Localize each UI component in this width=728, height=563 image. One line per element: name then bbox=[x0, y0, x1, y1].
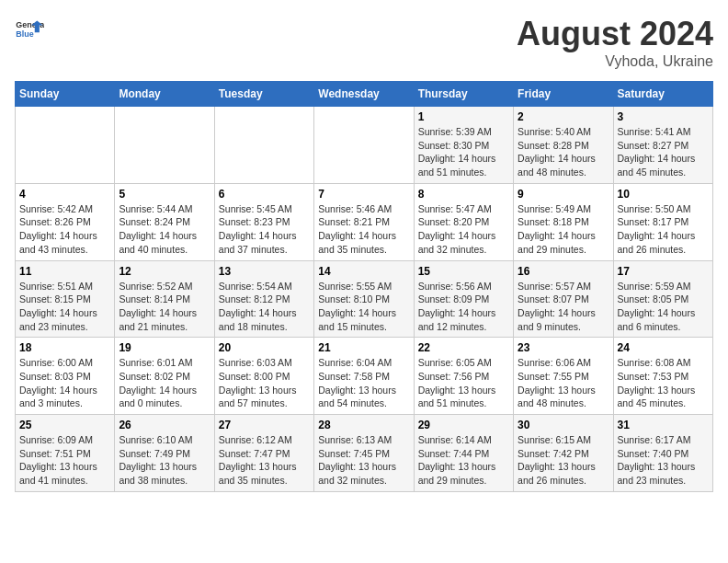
day-cell bbox=[16, 107, 115, 184]
day-number: 3 bbox=[618, 110, 709, 123]
day-cell: 3Sunrise: 5:41 AM Sunset: 8:27 PM Daylig… bbox=[613, 107, 712, 184]
day-number: 27 bbox=[219, 419, 310, 431]
day-info: Sunrise: 5:51 AM Sunset: 8:15 PM Dayligh… bbox=[19, 280, 110, 334]
week-row-1: 1Sunrise: 5:39 AM Sunset: 8:30 PM Daylig… bbox=[16, 107, 713, 184]
day-cell: 31Sunrise: 6:17 AM Sunset: 7:40 PM Dayli… bbox=[613, 415, 712, 492]
day-number: 28 bbox=[318, 419, 409, 431]
day-number: 11 bbox=[19, 265, 110, 278]
day-cell bbox=[314, 107, 414, 184]
day-info: Sunrise: 5:49 AM Sunset: 8:18 PM Dayligh… bbox=[518, 202, 609, 257]
day-info: Sunrise: 5:54 AM Sunset: 8:12 PM Dayligh… bbox=[219, 280, 310, 334]
col-header-saturday: Saturday bbox=[613, 82, 712, 107]
day-info: Sunrise: 5:40 AM Sunset: 8:28 PM Dayligh… bbox=[518, 125, 609, 179]
day-info: Sunrise: 5:41 AM Sunset: 8:27 PM Dayligh… bbox=[618, 125, 709, 179]
logo: General Blue bbox=[15, 15, 44, 44]
day-info: Sunrise: 6:17 AM Sunset: 7:40 PM Dayligh… bbox=[618, 433, 709, 488]
day-number: 17 bbox=[618, 265, 709, 278]
day-number: 20 bbox=[219, 341, 310, 354]
day-info: Sunrise: 5:57 AM Sunset: 8:07 PM Dayligh… bbox=[518, 280, 609, 334]
header-row: SundayMondayTuesdayWednesdayThursdayFrid… bbox=[16, 82, 713, 107]
day-number: 4 bbox=[19, 188, 110, 201]
day-number: 29 bbox=[418, 419, 509, 431]
day-info: Sunrise: 5:44 AM Sunset: 8:24 PM Dayligh… bbox=[119, 202, 210, 257]
day-cell bbox=[115, 107, 214, 184]
day-number: 1 bbox=[418, 110, 509, 123]
day-cell: 26Sunrise: 6:10 AM Sunset: 7:49 PM Dayli… bbox=[115, 415, 214, 492]
day-cell: 10Sunrise: 5:50 AM Sunset: 8:17 PM Dayli… bbox=[613, 183, 712, 260]
day-cell: 30Sunrise: 6:15 AM Sunset: 7:42 PM Dayli… bbox=[514, 415, 613, 492]
day-number: 19 bbox=[119, 341, 210, 354]
day-number: 26 bbox=[119, 419, 210, 431]
day-number: 5 bbox=[119, 188, 210, 201]
day-info: Sunrise: 6:10 AM Sunset: 7:49 PM Dayligh… bbox=[119, 433, 210, 488]
day-cell: 6Sunrise: 5:45 AM Sunset: 8:23 PM Daylig… bbox=[214, 183, 313, 260]
day-cell: 4Sunrise: 5:42 AM Sunset: 8:26 PM Daylig… bbox=[16, 183, 115, 260]
day-info: Sunrise: 5:46 AM Sunset: 8:21 PM Dayligh… bbox=[318, 202, 409, 257]
day-info: Sunrise: 6:09 AM Sunset: 7:51 PM Dayligh… bbox=[19, 433, 110, 488]
day-number: 8 bbox=[418, 188, 509, 201]
day-info: Sunrise: 6:00 AM Sunset: 8:03 PM Dayligh… bbox=[19, 356, 110, 410]
day-number: 15 bbox=[418, 265, 509, 278]
day-number: 2 bbox=[518, 110, 609, 123]
day-info: Sunrise: 6:04 AM Sunset: 7:58 PM Dayligh… bbox=[318, 356, 409, 410]
calendar-table: SundayMondayTuesdayWednesdayThursdayFrid… bbox=[15, 81, 713, 492]
day-number: 14 bbox=[318, 265, 409, 278]
day-cell: 8Sunrise: 5:47 AM Sunset: 8:20 PM Daylig… bbox=[414, 183, 513, 260]
day-cell: 9Sunrise: 5:49 AM Sunset: 8:18 PM Daylig… bbox=[514, 183, 613, 260]
day-cell: 18Sunrise: 6:00 AM Sunset: 8:03 PM Dayli… bbox=[16, 338, 115, 415]
day-cell: 19Sunrise: 6:01 AM Sunset: 8:02 PM Dayli… bbox=[115, 338, 214, 415]
day-number: 24 bbox=[618, 341, 709, 354]
page-header: General Blue August 2024 Vyhoda, Ukraine bbox=[15, 15, 713, 70]
day-cell: 29Sunrise: 6:14 AM Sunset: 7:44 PM Dayli… bbox=[414, 415, 513, 492]
day-cell: 11Sunrise: 5:51 AM Sunset: 8:15 PM Dayli… bbox=[16, 260, 115, 338]
day-info: Sunrise: 6:14 AM Sunset: 7:44 PM Dayligh… bbox=[418, 433, 509, 488]
day-number: 7 bbox=[318, 188, 409, 201]
title-block: August 2024 Vyhoda, Ukraine bbox=[517, 15, 713, 70]
col-header-wednesday: Wednesday bbox=[314, 82, 414, 107]
svg-text:Blue: Blue bbox=[16, 29, 33, 39]
day-cell: 23Sunrise: 6:06 AM Sunset: 7:55 PM Dayli… bbox=[514, 338, 613, 415]
logo-icon: General Blue bbox=[15, 15, 44, 44]
day-cell: 13Sunrise: 5:54 AM Sunset: 8:12 PM Dayli… bbox=[214, 260, 313, 338]
day-info: Sunrise: 6:08 AM Sunset: 7:53 PM Dayligh… bbox=[618, 356, 709, 410]
week-row-3: 11Sunrise: 5:51 AM Sunset: 8:15 PM Dayli… bbox=[16, 260, 713, 338]
day-number: 10 bbox=[618, 188, 709, 201]
day-number: 13 bbox=[219, 265, 310, 278]
day-cell: 2Sunrise: 5:40 AM Sunset: 8:28 PM Daylig… bbox=[514, 107, 613, 184]
day-info: Sunrise: 6:12 AM Sunset: 7:47 PM Dayligh… bbox=[219, 433, 310, 488]
day-cell: 25Sunrise: 6:09 AM Sunset: 7:51 PM Dayli… bbox=[16, 415, 115, 492]
day-info: Sunrise: 6:06 AM Sunset: 7:55 PM Dayligh… bbox=[518, 356, 609, 410]
day-info: Sunrise: 5:52 AM Sunset: 8:14 PM Dayligh… bbox=[119, 280, 210, 334]
col-header-monday: Monday bbox=[115, 82, 214, 107]
day-info: Sunrise: 5:42 AM Sunset: 8:26 PM Dayligh… bbox=[19, 202, 110, 257]
week-row-5: 25Sunrise: 6:09 AM Sunset: 7:51 PM Dayli… bbox=[16, 415, 713, 492]
day-number: 30 bbox=[518, 419, 609, 431]
day-info: Sunrise: 6:05 AM Sunset: 7:56 PM Dayligh… bbox=[418, 356, 509, 410]
day-number: 21 bbox=[318, 341, 409, 354]
day-cell: 14Sunrise: 5:55 AM Sunset: 8:10 PM Dayli… bbox=[314, 260, 414, 338]
day-info: Sunrise: 5:39 AM Sunset: 8:30 PM Dayligh… bbox=[418, 125, 509, 179]
day-info: Sunrise: 6:13 AM Sunset: 7:45 PM Dayligh… bbox=[318, 433, 409, 488]
day-number: 6 bbox=[219, 188, 310, 201]
page-subtitle: Vyhoda, Ukraine bbox=[517, 53, 713, 70]
col-header-thursday: Thursday bbox=[414, 82, 513, 107]
col-header-friday: Friday bbox=[514, 82, 613, 107]
page-title: August 2024 bbox=[517, 15, 713, 53]
day-cell: 24Sunrise: 6:08 AM Sunset: 7:53 PM Dayli… bbox=[613, 338, 712, 415]
day-cell: 27Sunrise: 6:12 AM Sunset: 7:47 PM Dayli… bbox=[214, 415, 313, 492]
day-cell bbox=[214, 107, 313, 184]
day-cell: 5Sunrise: 5:44 AM Sunset: 8:24 PM Daylig… bbox=[115, 183, 214, 260]
day-cell: 20Sunrise: 6:03 AM Sunset: 8:00 PM Dayli… bbox=[214, 338, 313, 415]
day-cell: 22Sunrise: 6:05 AM Sunset: 7:56 PM Dayli… bbox=[414, 338, 513, 415]
day-cell: 15Sunrise: 5:56 AM Sunset: 8:09 PM Dayli… bbox=[414, 260, 513, 338]
day-number: 12 bbox=[119, 265, 210, 278]
day-number: 18 bbox=[19, 341, 110, 354]
col-header-tuesday: Tuesday bbox=[214, 82, 313, 107]
day-number: 22 bbox=[418, 341, 509, 354]
day-cell: 1Sunrise: 5:39 AM Sunset: 8:30 PM Daylig… bbox=[414, 107, 513, 184]
day-cell: 12Sunrise: 5:52 AM Sunset: 8:14 PM Dayli… bbox=[115, 260, 214, 338]
day-info: Sunrise: 5:45 AM Sunset: 8:23 PM Dayligh… bbox=[219, 202, 310, 257]
day-number: 31 bbox=[618, 419, 709, 431]
week-row-4: 18Sunrise: 6:00 AM Sunset: 8:03 PM Dayli… bbox=[16, 338, 713, 415]
day-info: Sunrise: 6:01 AM Sunset: 8:02 PM Dayligh… bbox=[119, 356, 210, 410]
